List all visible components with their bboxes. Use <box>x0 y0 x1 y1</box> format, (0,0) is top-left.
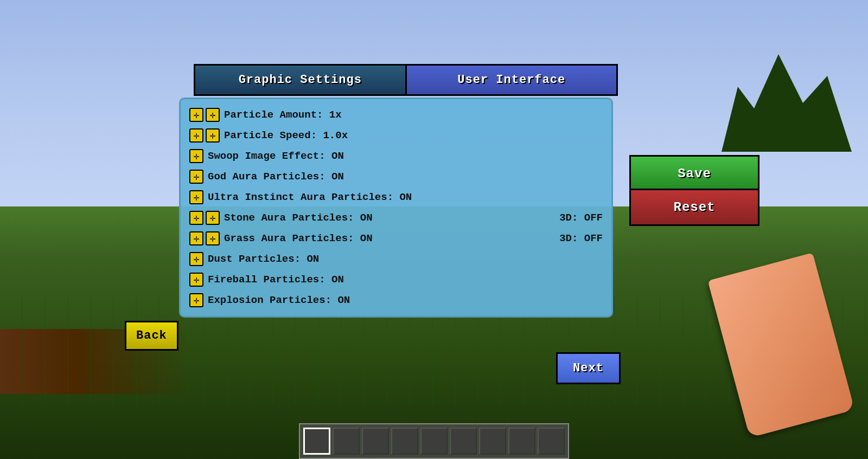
setting-icons: ✛ <box>189 273 203 287</box>
setting-label-swoop: Swoop Image Effect: ON <box>208 150 603 162</box>
setting-label-fireball: Fireball Particles: ON <box>208 274 603 286</box>
tabs-row: Graphic Settings User Interface <box>194 64 618 96</box>
setting-label-god-aura: God Aura Particles: ON <box>208 171 603 183</box>
setting-icons: ✛ ✛ <box>189 211 220 225</box>
setting-label-dust: Dust Particles: ON <box>208 253 603 265</box>
plus-icon-10[interactable]: ✛ <box>189 231 203 245</box>
setting-row-particle-speed: ✛ ✛ Particle Speed: 1.0x <box>189 125 603 146</box>
plus-icon-8[interactable]: ✛ <box>189 211 203 225</box>
plus-icon-6[interactable]: ✛ <box>189 170 203 184</box>
save-button[interactable]: Save <box>629 155 760 192</box>
setting-row-grass-aura: ✛ ✛ Grass Aura Particles: ON 3D: OFF <box>189 228 603 249</box>
setting-row-explosion: ✛ Explosion Particles: ON <box>189 290 603 311</box>
plus-icon-9[interactable]: ✛ <box>206 211 220 225</box>
setting-label-stone-aura: Stone Aura Particles: ON <box>224 212 559 224</box>
setting-icons: ✛ <box>189 149 203 163</box>
plus-icon-3[interactable]: ✛ <box>189 128 203 143</box>
reset-button[interactable]: Reset <box>629 189 760 226</box>
plus-icon-11[interactable]: ✛ <box>206 231 220 245</box>
plus-icon-13[interactable]: ✛ <box>189 273 203 287</box>
setting-row-swoop: ✛ Swoop Image Effect: ON <box>189 146 603 166</box>
plus-icon-2[interactable]: ✛ <box>206 108 220 122</box>
setting-icons: ✛ <box>189 170 203 184</box>
setting-label-particle-amount: Particle Amount: 1x <box>224 109 603 121</box>
setting-row-fireball: ✛ Fireball Particles: ON <box>189 269 603 290</box>
plus-icon-5[interactable]: ✛ <box>189 149 203 163</box>
setting-label-explosion: Explosion Particles: ON <box>208 294 603 306</box>
setting-row-dust: ✛ Dust Particles: ON <box>189 249 603 269</box>
settings-panel: ✛ ✛ Particle Amount: 1x ✛ ✛ Particle Spe… <box>179 98 613 318</box>
setting-extra-stone-aura: 3D: OFF <box>559 212 603 224</box>
next-button[interactable]: Next <box>556 352 621 384</box>
plus-icon-1[interactable]: ✛ <box>189 108 203 122</box>
back-button[interactable]: Back <box>125 321 178 351</box>
setting-row-god-aura: ✛ God Aura Particles: ON <box>189 166 603 187</box>
setting-icons: ✛ ✛ <box>189 128 220 143</box>
setting-icons: ✛ <box>189 252 203 266</box>
setting-label-particle-speed: Particle Speed: 1.0x <box>224 130 603 141</box>
plus-icon-12[interactable]: ✛ <box>189 252 203 266</box>
ui-container: Graphic Settings User Interface ✛ ✛ Part… <box>0 0 868 459</box>
setting-icons: ✛ <box>189 190 203 204</box>
setting-icons: ✛ ✛ <box>189 231 220 245</box>
setting-row-particle-amount: ✛ ✛ Particle Amount: 1x <box>189 105 603 125</box>
tab-user-interface[interactable]: User Interface <box>405 64 618 96</box>
plus-icon-14[interactable]: ✛ <box>189 293 203 307</box>
tab-graphic-settings[interactable]: Graphic Settings <box>194 64 405 96</box>
setting-label-ultra-instinct: Ultra Instinct Aura Particles: ON <box>208 191 603 203</box>
setting-row-stone-aura: ✛ ✛ Stone Aura Particles: ON 3D: OFF <box>189 208 603 228</box>
plus-icon-4[interactable]: ✛ <box>206 128 220 143</box>
setting-icons: ✛ ✛ <box>189 108 220 122</box>
setting-row-ultra-instinct: ✛ Ultra Instinct Aura Particles: ON <box>189 187 603 208</box>
setting-extra-grass-aura: 3D: OFF <box>559 232 603 244</box>
setting-icons: ✛ <box>189 293 203 307</box>
plus-icon-7[interactable]: ✛ <box>189 190 203 204</box>
setting-label-grass-aura: Grass Aura Particles: ON <box>224 232 559 244</box>
